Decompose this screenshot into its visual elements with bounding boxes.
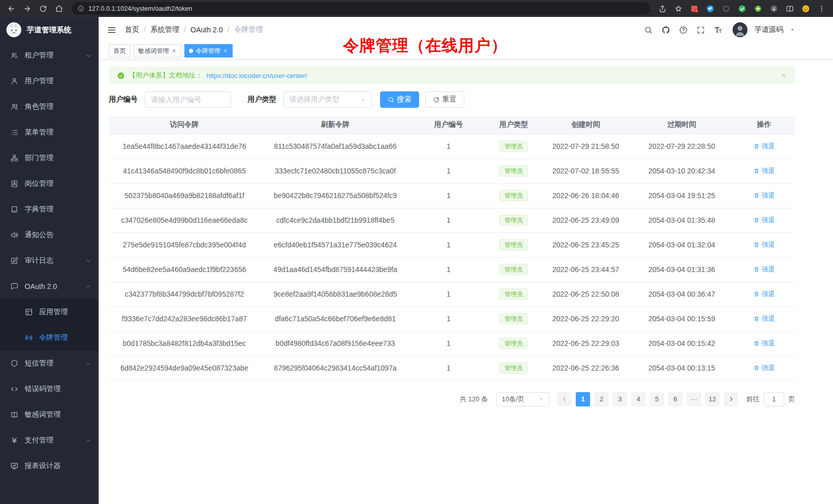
force-logout-button[interactable]: 强退: [753, 289, 775, 299]
breadcrumb-item[interactable]: 系统管理: [150, 25, 191, 34]
sidebar-item[interactable]: 字典管理: [0, 197, 99, 222]
breadcrumb-item[interactable]: OAuth 2.0: [191, 26, 234, 34]
pagination: 共 120 条 10条/页 123456···12 前往 页: [109, 392, 795, 406]
user-avatar[interactable]: [732, 22, 748, 37]
hamburger-icon[interactable]: [107, 25, 117, 35]
ext-green-icon[interactable]: [735, 2, 749, 15]
github-icon[interactable]: [661, 26, 670, 34]
sidebar-item[interactable]: 短信管理: [0, 351, 99, 376]
alert-close-icon[interactable]: [781, 72, 787, 79]
address-bar[interactable]: 127.0.0.1:1024/system/oauth2/token: [71, 2, 650, 15]
app-logo[interactable]: 芋道管理系统: [0, 17, 99, 43]
prev-page-button[interactable]: [557, 392, 572, 406]
expire-time-cell: 2054-03-04 01:32:04: [630, 232, 733, 257]
refresh-token-cell: 9ce8ef2aa9f14056b831ae9b608e28d5: [260, 282, 411, 306]
page-button[interactable]: 4: [631, 392, 646, 406]
reset-button[interactable]: 重置: [425, 91, 464, 108]
column-header: 过期时间: [630, 116, 733, 134]
user-id-input[interactable]: [145, 91, 231, 108]
user-id-cell: 1: [411, 331, 486, 356]
force-logout-button[interactable]: 强退: [753, 240, 775, 249]
sidebar-item[interactable]: 用户管理: [0, 68, 99, 94]
doc-link[interactable]: https://doc.iocoder.cn/user-center/: [206, 72, 307, 80]
tab[interactable]: 敏感词管理: [134, 44, 181, 57]
sidebar: 芋道管理系统 租户管理 用户管理 角色管理: [0, 17, 99, 504]
next-page-button[interactable]: [724, 392, 738, 406]
sidebar-item[interactable]: 敏感词管理: [0, 402, 99, 428]
ext-paw-icon[interactable]: [767, 2, 781, 15]
ext-lime-icon[interactable]: [751, 2, 765, 15]
user-type-select[interactable]: 请选择用户类型: [283, 91, 372, 108]
sidebar-item[interactable]: 岗位管理: [0, 171, 99, 197]
tab-label: 敏感词管理: [138, 47, 169, 55]
page-button[interactable]: 12: [705, 392, 720, 406]
user-type-badge: 管理员: [499, 288, 528, 300]
tab[interactable]: 首页: [109, 44, 130, 57]
page-button[interactable]: 3: [613, 392, 627, 406]
home-icon[interactable]: [52, 2, 66, 15]
page-button[interactable]: 2: [594, 392, 609, 406]
sidebar-item[interactable]: 支付管理: [0, 428, 99, 453]
share-icon[interactable]: [655, 2, 670, 15]
search-icon[interactable]: [644, 26, 653, 34]
sidebar-menu: 租户管理 用户管理 角色管理 菜单管理: [0, 43, 99, 479]
ext-red-icon[interactable]: 0: [687, 2, 702, 15]
goto-page-input[interactable]: [764, 392, 784, 406]
force-logout-button[interactable]: 强退: [753, 339, 775, 348]
force-logout-button[interactable]: 强退: [753, 314, 775, 323]
sidebar-item[interactable]: 应用管理: [0, 299, 99, 325]
star-icon[interactable]: [671, 2, 686, 15]
user-type-cell: 管理员: [486, 159, 541, 183]
tab-close-icon[interactable]: [223, 48, 228, 53]
more-menu-icon[interactable]: [815, 2, 829, 15]
sidebar-item[interactable]: 通知公告: [0, 222, 99, 248]
page-button[interactable]: 5: [650, 392, 664, 406]
sidebar-item[interactable]: 审计日志: [0, 248, 99, 274]
create-time-cell: 2022-06-25 23:44:57: [541, 257, 631, 282]
access-token-cell: 41c41346a548490f9dc8b01c6bfe0865: [109, 159, 260, 183]
force-logout-button[interactable]: 强退: [753, 265, 775, 274]
chevron-down-icon: [86, 438, 91, 443]
page-size-select[interactable]: 10条/页: [496, 392, 549, 406]
tab[interactable]: 令牌管理: [184, 44, 233, 57]
user-name[interactable]: 芋道源码: [754, 25, 783, 34]
fullscreen-icon[interactable]: [696, 26, 705, 34]
page-button[interactable]: ···: [687, 392, 701, 406]
refresh-icon[interactable]: [36, 2, 50, 15]
user-type-badge: 管理员: [499, 190, 528, 201]
back-icon[interactable]: [4, 2, 18, 15]
force-logout-button[interactable]: 强退: [753, 166, 775, 176]
search-button[interactable]: 搜索: [380, 91, 419, 108]
tab-label: 令牌管理: [196, 47, 220, 55]
fontsize-icon[interactable]: [714, 26, 723, 34]
force-logout-button[interactable]: 强退: [753, 142, 775, 151]
help-icon[interactable]: [679, 26, 688, 34]
refresh-token-cell: 811c530487574fa0af1a59d3abc1aa66: [260, 134, 411, 159]
caret-down-icon[interactable]: [790, 27, 795, 32]
breadcrumb-item[interactable]: 令牌管理: [234, 25, 263, 34]
sidebar-item[interactable]: 报表设计器: [0, 453, 99, 479]
breadcrumb-item[interactable]: 首页: [125, 25, 150, 34]
page-button[interactable]: 1: [576, 392, 590, 406]
force-logout-button[interactable]: 强退: [753, 191, 775, 200]
alert-text: 【用户体系】文档地址：: [129, 71, 202, 80]
profile-emoji-icon[interactable]: [799, 2, 813, 15]
ext-blue-icon[interactable]: [703, 2, 717, 15]
split-view-icon[interactable]: [783, 2, 797, 15]
sidebar-item[interactable]: 令牌管理: [0, 325, 99, 351]
force-logout-button[interactable]: 强退: [753, 216, 775, 225]
sidebar-item[interactable]: 菜单管理: [0, 120, 99, 145]
site-info-icon[interactable]: [78, 5, 84, 12]
page-button[interactable]: 6: [668, 392, 683, 406]
forward-icon[interactable]: [20, 2, 34, 15]
tab-close-icon[interactable]: [172, 48, 177, 53]
sidebar-item[interactable]: 角色管理: [0, 94, 99, 120]
sidebar-item[interactable]: 租户管理: [0, 43, 99, 68]
expire-time-cell: 2054-03-04 19:51:25: [630, 183, 733, 208]
pay-icon: [10, 436, 18, 444]
sidebar-item[interactable]: 部门管理: [0, 145, 99, 171]
sidebar-item[interactable]: OAuth 2.0: [0, 274, 99, 299]
sidebar-item[interactable]: 错误码管理: [0, 376, 99, 402]
ext-dark-icon[interactable]: [719, 2, 733, 15]
force-logout-button[interactable]: 强退: [753, 363, 775, 373]
